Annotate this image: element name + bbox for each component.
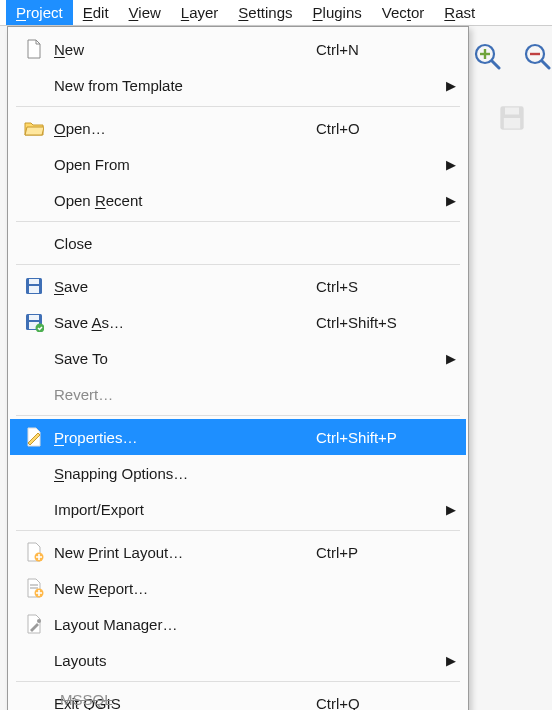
menu-item-layout-manager-label: Layout Manager… xyxy=(48,616,308,633)
submenu-arrow-icon: ▶ xyxy=(438,157,456,172)
svg-rect-11 xyxy=(29,279,39,284)
menu-item-snapping-options[interactable]: Snapping Options… xyxy=(10,455,466,491)
layout-manager-icon xyxy=(20,614,48,634)
menu-layer-label: Layer xyxy=(181,4,219,21)
project-dropdown: New Ctrl+N New from Template ▶ Open… Ctr… xyxy=(7,26,469,710)
background-text-mssql: MSSQL xyxy=(60,691,113,708)
menu-item-close-label: Close xyxy=(48,235,308,252)
menu-item-close[interactable]: Close xyxy=(10,225,466,261)
menu-project[interactable]: Project xyxy=(6,0,73,25)
menu-item-new-report-label: New Report… xyxy=(48,580,308,597)
save-icon xyxy=(20,276,48,296)
menu-item-new-print-layout-shortcut: Ctrl+P xyxy=(308,544,438,561)
svg-rect-8 xyxy=(505,108,519,115)
menu-item-layout-manager[interactable]: Layout Manager… xyxy=(10,606,466,642)
separator xyxy=(16,221,460,222)
menu-item-import-export-label: Import/Export xyxy=(48,501,308,518)
menu-item-save-to[interactable]: Save To ▶ xyxy=(10,340,466,376)
svg-line-1 xyxy=(492,61,499,68)
properties-icon xyxy=(20,427,48,447)
svg-point-21 xyxy=(37,619,41,623)
menu-item-new-from-template[interactable]: New from Template ▶ xyxy=(10,67,466,103)
menu-item-save-as[interactable]: Save As… Ctrl+Shift+S xyxy=(10,304,466,340)
submenu-arrow-icon: ▶ xyxy=(438,502,456,517)
submenu-arrow-icon: ▶ xyxy=(438,653,456,668)
separator xyxy=(16,106,460,107)
menu-settings-label: Settings xyxy=(238,4,292,21)
zoom-out-icon[interactable] xyxy=(521,40,552,72)
svg-rect-12 xyxy=(29,286,39,293)
menu-item-save-to-label: Save To xyxy=(48,350,308,367)
separator xyxy=(16,681,460,682)
menu-plugins-label: Plugins xyxy=(313,4,362,21)
menu-item-new-report[interactable]: New Report… xyxy=(10,570,466,606)
menu-item-open-from[interactable]: Open From ▶ xyxy=(10,146,466,182)
save-generic-icon[interactable] xyxy=(496,102,528,134)
menu-edit-label: Edit xyxy=(83,4,109,21)
menu-item-snapping-options-label: Snapping Options… xyxy=(48,465,308,482)
menu-item-layouts-label: Layouts xyxy=(48,652,308,669)
menu-item-open-recent-label: Open Recent xyxy=(48,192,308,209)
report-icon xyxy=(20,578,48,598)
menubar: Project Edit View Layer Settings Plugins… xyxy=(0,0,552,26)
menu-item-new-label: New xyxy=(48,41,308,58)
separator xyxy=(16,264,460,265)
new-file-icon xyxy=(20,39,48,59)
folder-open-icon xyxy=(20,118,48,138)
menu-vector[interactable]: Vector xyxy=(372,0,435,25)
zoom-in-icon[interactable] xyxy=(471,40,503,72)
save-as-icon xyxy=(20,312,48,332)
svg-rect-9 xyxy=(504,118,520,129)
menu-raster-label: Rast xyxy=(444,4,475,21)
menu-view[interactable]: View xyxy=(119,0,171,25)
menu-project-label: Project xyxy=(16,4,63,21)
menu-view-label: View xyxy=(129,4,161,21)
separator xyxy=(16,415,460,416)
print-layout-icon xyxy=(20,542,48,562)
menu-item-save-as-shortcut: Ctrl+Shift+S xyxy=(308,314,438,331)
separator xyxy=(16,530,460,531)
menu-item-new-print-layout[interactable]: New Print Layout… Ctrl+P xyxy=(10,534,466,570)
svg-line-5 xyxy=(542,61,549,68)
menu-item-save-as-label: Save As… xyxy=(48,314,308,331)
menu-item-properties-shortcut: Ctrl+Shift+P xyxy=(308,429,438,446)
submenu-arrow-icon: ▶ xyxy=(438,78,456,93)
menu-item-properties[interactable]: Properties… Ctrl+Shift+P xyxy=(10,419,466,455)
menu-item-new-from-template-label: New from Template xyxy=(48,77,308,94)
svg-rect-14 xyxy=(29,315,39,320)
menu-item-new[interactable]: New Ctrl+N xyxy=(10,31,466,67)
menu-item-save-shortcut: Ctrl+S xyxy=(308,278,438,295)
menu-settings[interactable]: Settings xyxy=(228,0,302,25)
menu-item-exit-shortcut: Ctrl+Q xyxy=(308,695,438,711)
menu-item-revert-label: Revert… xyxy=(48,386,308,403)
menu-item-open[interactable]: Open… Ctrl+O xyxy=(10,110,466,146)
menu-layer[interactable]: Layer xyxy=(171,0,229,25)
menu-item-import-export[interactable]: Import/Export ▶ xyxy=(10,491,466,527)
menu-item-open-shortcut: Ctrl+O xyxy=(308,120,438,137)
menu-vector-label: Vector xyxy=(382,4,425,21)
menu-item-save[interactable]: Save Ctrl+S xyxy=(10,268,466,304)
menu-item-properties-label: Properties… xyxy=(48,429,308,446)
menu-item-open-from-label: Open From xyxy=(48,156,308,173)
menu-edit[interactable]: Edit xyxy=(73,0,119,25)
submenu-arrow-icon: ▶ xyxy=(438,193,456,208)
menu-plugins[interactable]: Plugins xyxy=(303,0,372,25)
menu-item-open-label: Open… xyxy=(48,120,308,137)
submenu-arrow-icon: ▶ xyxy=(438,351,456,366)
menu-raster[interactable]: Rast xyxy=(434,0,485,25)
menu-item-new-print-layout-label: New Print Layout… xyxy=(48,544,308,561)
background-toolbar xyxy=(472,40,552,134)
menu-item-revert: Revert… xyxy=(10,376,466,412)
menu-item-layouts[interactable]: Layouts ▶ xyxy=(10,642,466,678)
menu-item-save-label: Save xyxy=(48,278,308,295)
menu-item-new-shortcut: Ctrl+N xyxy=(308,41,438,58)
menu-item-open-recent[interactable]: Open Recent ▶ xyxy=(10,182,466,218)
